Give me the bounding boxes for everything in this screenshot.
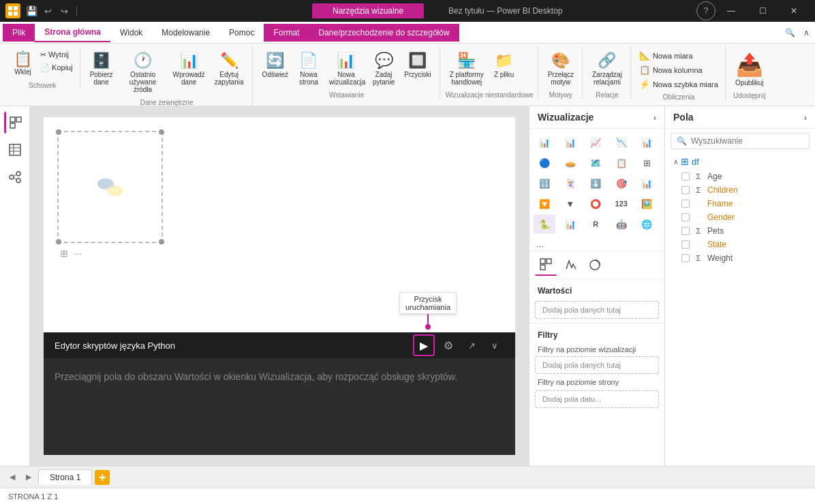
viz-123[interactable]: 123 (611, 194, 632, 213)
page-tab-1[interactable]: Strona 1 (38, 469, 92, 485)
viz-image[interactable]: 🖼️ (636, 194, 658, 213)
viz-card[interactable]: 🃏 (559, 174, 581, 193)
format-section-icon[interactable] (559, 254, 581, 276)
z-pliku-btn[interactable]: 📁 Z pliku (489, 49, 519, 81)
help-icon[interactable]: ? (696, 1, 716, 20)
wklej-btn[interactable]: 📋 Wklej (10, 49, 36, 79)
nowa-strona-btn[interactable]: 📄 Nowa strona (294, 49, 324, 89)
field-pets[interactable]: Σ Pets (665, 224, 815, 238)
viz-kpi[interactable]: 🔢 (534, 174, 555, 193)
tab-plik[interactable]: Plik (3, 24, 35, 42)
field-weight[interactable]: Σ Weight (665, 251, 815, 265)
viz-funnel[interactable]: ⬇️ (585, 174, 606, 193)
viz-filter[interactable]: ▼ (559, 194, 581, 213)
nowa-szybka-miara-btn[interactable]: ⚡ Nowa szybka miara (636, 78, 721, 91)
fields-search-box[interactable]: 🔍 (671, 133, 810, 149)
viz-donut[interactable]: ⭕ (585, 194, 606, 213)
viz-table2[interactable]: 📊 (559, 215, 581, 234)
viz-map[interactable]: 🗺️ (585, 153, 606, 172)
redo-icon[interactable]: ↪ (57, 4, 71, 18)
sidebar-table-icon[interactable] (4, 139, 26, 161)
analytics-section-icon[interactable] (584, 254, 606, 276)
viz-slicer[interactable]: 🔽 (534, 194, 555, 213)
field-weight-checkbox[interactable] (681, 254, 690, 262)
field-fname[interactable]: Fname (665, 197, 815, 210)
viz-line[interactable]: 📈 (585, 133, 606, 152)
field-gender[interactable]: Gender (665, 210, 815, 224)
tab-modelowanie[interactable]: Modelowanie (152, 24, 219, 42)
viz-waterfall[interactable]: 📊 (636, 174, 658, 193)
tab-widok[interactable]: Widok (110, 24, 152, 42)
wytnij-btn[interactable]: ✂ Wytnij (37, 49, 76, 61)
field-gender-checkbox[interactable] (681, 213, 690, 221)
ostatnio-btn[interactable]: 🕐 Ostatnio używane źródła (119, 49, 168, 96)
viz-more[interactable]: ... (529, 238, 664, 251)
field-children-checkbox[interactable] (681, 186, 690, 194)
tab-dane[interactable]: Dane/przechodzenie do szczegółów (309, 24, 459, 42)
field-age[interactable]: Σ Age (665, 170, 815, 183)
fields-search-input[interactable] (691, 136, 803, 146)
close-btn[interactable]: ✕ (778, 0, 810, 22)
field-state[interactable]: State (665, 238, 815, 251)
przyciski-btn[interactable]: 🔲 Przyciski (400, 49, 435, 81)
viz-stacked-bar[interactable]: 📊 (559, 133, 581, 152)
page-prev-btn[interactable]: ◀ (5, 471, 19, 484)
viz-matrix[interactable]: ⊞ (636, 153, 658, 172)
zadaj-pytanie-btn[interactable]: 💬 Zadaj pytanie (369, 49, 399, 89)
sidebar-model-icon[interactable] (4, 166, 26, 188)
nowa-kolumna-btn[interactable]: 📋 Nowa kolumna (636, 63, 721, 76)
viz-r[interactable]: R (585, 215, 606, 234)
zarzadzaj-btn[interactable]: 🔗 Zarządzaj relacjami (588, 49, 626, 89)
filters-dropzone[interactable]: Dodaj pola danych tutaj (535, 356, 659, 374)
field-children[interactable]: Σ Children (665, 183, 815, 197)
viz-combo[interactable]: 📊 (636, 133, 658, 152)
add-page-btn[interactable]: + (95, 470, 110, 485)
visual-expand-icon[interactable]: ⊞ (60, 248, 68, 259)
collapse-ribbon-icon[interactable]: ∧ (801, 28, 812, 37)
field-fname-checkbox[interactable] (681, 200, 690, 208)
z-platformy-btn[interactable]: 🏪 Z platformy handlowej (446, 49, 488, 89)
page-next-btn[interactable]: ▶ (22, 471, 35, 484)
maximize-btn[interactable]: ☐ (747, 0, 778, 22)
settings-button[interactable]: ⚙ (439, 336, 458, 355)
fields-section-icon[interactable] (535, 254, 557, 276)
search-icon-ribbon[interactable]: 🔍 (780, 28, 801, 37)
viz-panel-expand-icon[interactable]: › (653, 112, 656, 123)
tab-format[interactable]: Format (264, 24, 309, 42)
edytuj-btn[interactable]: ✏️ Edytuj zapytania (211, 49, 248, 89)
field-state-checkbox[interactable] (681, 240, 690, 249)
opublikuj-btn[interactable]: 📤 Opublikuj (731, 49, 768, 89)
viz-scatter[interactable]: 🔵 (534, 153, 555, 172)
table-df-row[interactable]: ∧ ⊞ df (665, 153, 815, 170)
pobierz-btn[interactable]: 🗄️ Pobierz dane (86, 49, 117, 89)
viz-py[interactable]: 🐍 (534, 215, 555, 234)
viz-area[interactable]: 📉 (611, 133, 632, 152)
viz-table[interactable]: 📋 (611, 153, 632, 172)
visual-more-icon[interactable]: ··· (74, 248, 82, 259)
nowa-viz-btn[interactable]: 📊 Nowa wizualizacja (325, 49, 367, 89)
odswiez-btn[interactable]: 🔄 Odśwież (258, 49, 292, 81)
values-dropzone[interactable]: Dodaj pola danych tutaj (535, 301, 659, 319)
filters-page-dropzone[interactable]: Dodaj pola datu... (535, 390, 659, 408)
tab-pomoc[interactable]: Pomoc (219, 24, 264, 42)
chevron-down-button[interactable]: ∨ (485, 336, 504, 355)
nowa-miara-btn[interactable]: 📐 Nowa miara (636, 49, 721, 62)
field-pets-checkbox[interactable] (681, 227, 690, 235)
sidebar-report-icon[interactable] (4, 112, 26, 133)
viz-gauge[interactable]: 🎯 (611, 174, 632, 193)
wprowadz-btn[interactable]: 📊 Wprowadź dane (169, 49, 209, 89)
field-age-checkbox[interactable] (681, 172, 690, 180)
viz-pie[interactable]: 🥧 (559, 153, 581, 172)
expand-button[interactable]: ↗ (462, 336, 481, 355)
run-button[interactable]: ▶ (413, 334, 435, 356)
minimize-btn[interactable]: — (716, 0, 747, 22)
viz-ai[interactable]: 🤖 (611, 215, 632, 234)
tab-strona-glowna[interactable]: Strona główna (35, 23, 110, 42)
viz-globe[interactable]: 🌐 (636, 215, 658, 234)
fields-panel-expand-icon[interactable]: › (804, 112, 807, 123)
save-icon[interactable]: 💾 (25, 4, 38, 18)
undo-icon[interactable]: ↩ (41, 4, 55, 18)
przelacz-motyw-btn[interactable]: 🎨 Przełącz motyw (544, 49, 578, 89)
viz-bar[interactable]: 📊 (534, 133, 555, 152)
kopiuj-btn[interactable]: 📄 Kopiuj (37, 62, 76, 74)
